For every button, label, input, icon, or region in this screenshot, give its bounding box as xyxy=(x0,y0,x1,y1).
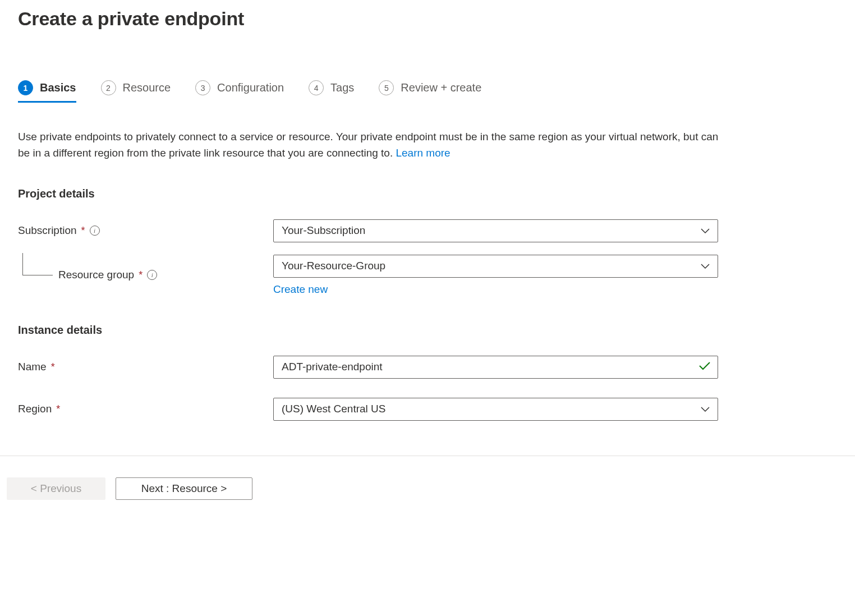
description-text: Use private endpoints to privately conne… xyxy=(18,128,719,162)
tab-step-number: 2 xyxy=(101,80,116,95)
resource-group-label: Resource group * i xyxy=(18,269,273,281)
select-value: Your-Subscription xyxy=(282,224,365,237)
tab-resource[interactable]: 2 Resource xyxy=(101,80,171,103)
label-text: Subscription xyxy=(18,224,77,237)
tab-configuration[interactable]: 3 Configuration xyxy=(195,80,284,103)
region-label: Region * xyxy=(18,403,273,415)
label-text: Region xyxy=(18,403,52,415)
chevron-down-icon xyxy=(701,260,710,272)
resource-group-select[interactable]: Your-Resource-Group xyxy=(273,255,718,278)
chevron-down-icon xyxy=(701,403,710,415)
create-new-link[interactable]: Create new xyxy=(273,283,328,296)
tab-step-number: 4 xyxy=(309,80,324,95)
next-button[interactable]: Next : Resource > xyxy=(116,477,252,500)
page-title: Create a private endpoint xyxy=(18,8,837,30)
tab-label: Tags xyxy=(330,81,354,94)
select-value: (US) West Central US xyxy=(282,403,385,415)
subscription-label: Subscription * i xyxy=(18,224,273,237)
wizard-footer: < Previous Next : Resource > xyxy=(0,456,855,500)
tab-label: Configuration xyxy=(217,81,284,94)
name-label: Name * xyxy=(18,361,273,373)
name-input-wrapper xyxy=(273,356,718,379)
label-text: Name xyxy=(18,361,47,373)
required-indicator: * xyxy=(56,403,60,415)
label-text: Resource group xyxy=(58,269,134,281)
required-indicator: * xyxy=(81,225,85,237)
required-indicator: * xyxy=(139,269,142,281)
chevron-down-icon xyxy=(701,224,710,237)
region-select[interactable]: (US) West Central US xyxy=(273,398,718,421)
section-instance-details: Instance details xyxy=(18,324,837,337)
learn-more-link[interactable]: Learn more xyxy=(396,147,450,159)
tab-step-number: 5 xyxy=(379,80,394,95)
required-indicator: * xyxy=(51,361,55,373)
description-body: Use private endpoints to privately conne… xyxy=(18,131,718,159)
tab-review-create[interactable]: 5 Review + create xyxy=(379,80,481,103)
info-icon[interactable]: i xyxy=(147,270,157,280)
tab-basics[interactable]: 1 Basics xyxy=(18,80,76,103)
tab-step-number: 1 xyxy=(18,80,33,95)
info-icon[interactable]: i xyxy=(90,226,100,236)
tree-connector-icon xyxy=(22,253,53,275)
tab-label: Review + create xyxy=(401,81,481,94)
subscription-select[interactable]: Your-Subscription xyxy=(273,219,718,242)
tab-tags[interactable]: 4 Tags xyxy=(309,80,354,103)
section-project-details: Project details xyxy=(18,187,837,200)
tab-label: Resource xyxy=(123,81,171,94)
previous-button[interactable]: < Previous xyxy=(7,477,105,500)
wizard-tabs: 1 Basics 2 Resource 3 Configuration 4 Ta… xyxy=(18,80,837,103)
tab-step-number: 3 xyxy=(195,80,210,95)
checkmark-icon xyxy=(698,361,711,373)
name-input[interactable] xyxy=(282,361,710,373)
tab-label: Basics xyxy=(40,81,76,94)
select-value: Your-Resource-Group xyxy=(282,260,385,272)
